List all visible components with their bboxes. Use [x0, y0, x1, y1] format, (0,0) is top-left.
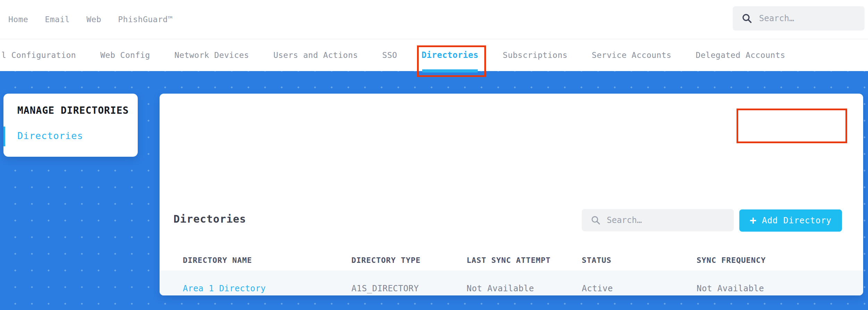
annotation-box-add-directory: [737, 109, 847, 143]
tab-label: Network Devices: [175, 51, 249, 60]
tab-label: l Configuration: [1, 51, 76, 60]
tab-service-accounts[interactable]: Service Accounts: [592, 39, 672, 71]
tab-label: Service Accounts: [592, 51, 672, 60]
tab-label: SSO: [382, 51, 397, 60]
tab-label: Directories: [422, 50, 478, 60]
active-item-stripe: [3, 127, 5, 146]
search-icon: [591, 215, 601, 225]
sync-frequency-cell: Not Available: [697, 284, 820, 293]
add-directory-button[interactable]: + Add Directory: [739, 209, 842, 232]
tab-label: Subscriptions: [503, 51, 568, 60]
column-header-directory-type: DIRECTORY TYPE: [351, 256, 467, 265]
directories-search-box[interactable]: [582, 209, 734, 231]
column-header-last-sync: LAST SYNC ATTEMPT: [467, 256, 582, 265]
manage-directories-card: MANAGE DIRECTORIES Directories: [3, 94, 138, 157]
tab-configuration[interactable]: l Configuration: [1, 39, 76, 71]
tab-sso[interactable]: SSO: [382, 39, 397, 71]
add-directory-label: Add Directory: [762, 216, 832, 225]
tab-delegated-accounts[interactable]: Delegated Accounts: [696, 39, 785, 71]
tab-label: Users and Actions: [273, 51, 358, 60]
primary-nav: Home Email Web PhishGuard™: [0, 15, 173, 24]
table-row: Area 1 Directory A1S_DIRECTORY Not Avail…: [160, 270, 863, 295]
tab-network-devices[interactable]: Network Devices: [175, 39, 249, 71]
directory-name-link[interactable]: Area 1 Directory: [183, 284, 351, 293]
page-title: Directories: [173, 213, 246, 225]
nav-item-email[interactable]: Email: [45, 15, 70, 24]
top-bar: Home Email Web PhishGuard™: [0, 0, 868, 39]
side-card-title: MANAGE DIRECTORIES: [17, 105, 129, 116]
nav-item-home[interactable]: Home: [8, 15, 28, 24]
column-header-directory-name: DIRECTORY NAME: [183, 256, 351, 265]
column-header-sync-frequency: SYNC FREQUENCY: [697, 256, 820, 265]
nav-item-phishguard[interactable]: PhishGuard™: [118, 15, 173, 24]
table-header-row: DIRECTORY NAME DIRECTORY TYPE LAST SYNC …: [160, 250, 863, 270]
tab-subscriptions[interactable]: Subscriptions: [503, 39, 568, 71]
global-search-box[interactable]: [733, 6, 865, 31]
tab-web-config[interactable]: Web Config: [100, 39, 150, 71]
directories-panel: Directories + Add Directory DIRECTORY NA…: [160, 94, 863, 295]
tab-users-and-actions[interactable]: Users and Actions: [273, 39, 358, 71]
plus-icon: +: [750, 215, 756, 226]
tab-label: Web Config: [100, 51, 150, 60]
directories-table: DIRECTORY NAME DIRECTORY TYPE LAST SYNC …: [160, 250, 863, 295]
active-tab-underline: [422, 69, 478, 72]
tab-label: Delegated Accounts: [696, 51, 785, 60]
global-search-input[interactable]: [759, 14, 856, 23]
sidebar-item-directories[interactable]: Directories: [17, 130, 83, 141]
tab-directories[interactable]: Directories: [422, 39, 478, 71]
last-sync-cell: Not Available: [467, 284, 582, 293]
directory-type-cell: A1S_DIRECTORY: [351, 284, 467, 293]
column-header-status: STATUS: [582, 256, 697, 265]
search-icon: [742, 13, 752, 24]
directories-search-input[interactable]: [607, 215, 721, 225]
settings-tab-bar: l Configuration Web Config Network Devic…: [0, 39, 868, 71]
nav-item-web[interactable]: Web: [86, 15, 101, 24]
status-cell: Active: [582, 284, 697, 293]
